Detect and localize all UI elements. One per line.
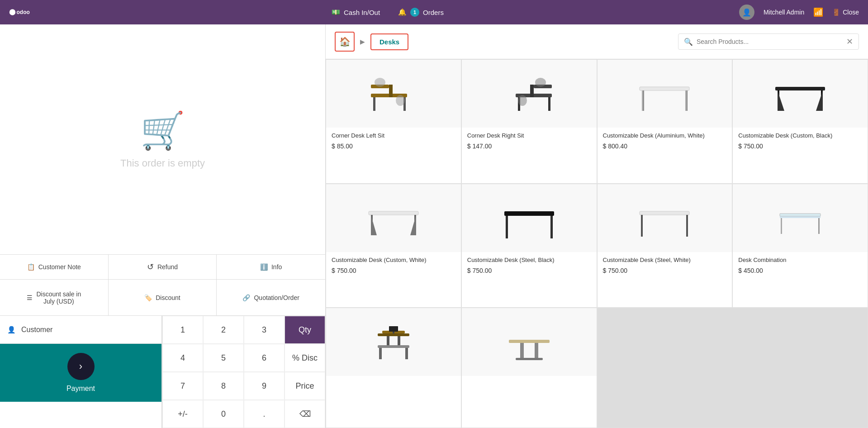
refund-icon: ↺ (147, 262, 154, 272)
numpad-3[interactable]: 3 (244, 316, 285, 344)
svg-rect-26 (369, 211, 418, 215)
svg-rect-21 (775, 87, 825, 90)
discount-sale-label: Discount sale inJuly (USD) (36, 290, 81, 305)
product-corner-desk-left[interactable]: Corner Desk Left Sit $ 85.00 (326, 59, 461, 184)
product-custom-desk-custom-black[interactable]: Customizable Desk (Custom, Black) $ 750.… (732, 59, 868, 184)
numpad-7[interactable]: 7 (162, 372, 203, 400)
product-name-desk-combo: Desk Combination (738, 257, 862, 264)
desk-svg-4 (771, 69, 830, 119)
product-price-custom-alum: $ 800.40 (603, 143, 727, 150)
svg-rect-55 (535, 343, 538, 359)
product-custom-desk-steel-white[interactable]: Customizable Desk (Steel, White) $ 750.0… (597, 184, 733, 308)
svg-marker-25 (816, 90, 823, 111)
discount-icon: 🏷️ (144, 294, 152, 301)
product-info-custom-black: Customizable Desk (Custom, Black) $ 750.… (733, 128, 868, 183)
product-image-desk-9 (326, 308, 461, 376)
numpad-plusminus[interactable]: +/- (162, 400, 203, 428)
svg-rect-5 (373, 97, 375, 111)
product-price-steel-black: $ 750.00 (467, 267, 591, 274)
numpad-dot[interactable]: . (244, 400, 285, 428)
cash-in-out-nav[interactable]: 💵 Cash In/Out (332, 8, 380, 16)
numpad-0[interactable]: 0 (203, 400, 244, 428)
category-desks-button[interactable]: Desks (370, 33, 408, 50)
search-clear-icon[interactable]: ✕ (846, 37, 853, 47)
left-panel: 🛒 This order is empty 📋 Customer Note ↺ … (0, 24, 326, 428)
close-button[interactable]: 🚪 Close (832, 9, 859, 16)
payment-button[interactable]: › Payment (0, 344, 161, 402)
cart-icon: 🛒 (140, 109, 185, 152)
numpad-qty[interactable]: Qty (285, 316, 325, 344)
svg-point-14 (535, 78, 546, 87)
svg-rect-48 (378, 345, 409, 348)
search-icon: 🔍 (684, 38, 693, 46)
numpad-disc[interactable]: % Disc (285, 344, 325, 372)
numpad: 1 2 3 Qty 4 5 6 % Disc 7 8 9 Price +/- 0… (162, 316, 325, 428)
svg-rect-51 (389, 326, 398, 332)
product-grid: Corner Desk Left Sit $ 85.00 (326, 59, 868, 428)
product-desk-9[interactable] (326, 308, 461, 428)
topbar: odoo 💵 Cash In/Out 🔔 1 Orders 👤 Mitchell… (0, 0, 868, 24)
product-custom-desk-custom-white[interactable]: Customizable Desk (Custom, White) $ 750.… (326, 184, 461, 308)
bell-icon: 🔔 (398, 8, 407, 16)
product-info-steel-white: Customizable Desk (Steel, White) $ 750.0… (598, 252, 732, 308)
svg-rect-50 (405, 348, 408, 359)
numpad-5[interactable]: 5 (203, 344, 244, 372)
product-image-custom-alum (598, 60, 732, 128)
empty-order-text: This order is empty (120, 157, 205, 169)
numpad-1[interactable]: 1 (162, 316, 203, 344)
cash-label: Cash In/Out (344, 9, 380, 16)
product-image-steel-white (598, 184, 732, 252)
product-info-corner-desk-right: Corner Desk Right Sit $ 147.00 (462, 128, 597, 183)
breadcrumb-arrow: ▶ (360, 38, 365, 45)
home-icon: 🏠 (339, 36, 351, 47)
quotation-button[interactable]: 🔗 Quotation/Order (217, 280, 325, 315)
svg-point-0 (9, 9, 16, 15)
svg-text:odoo: odoo (17, 9, 30, 15)
product-empty-1 (597, 308, 868, 428)
discount-sale-button[interactable]: ☰ Discount sale inJuly (USD) (0, 280, 109, 315)
avatar: 👤 (739, 5, 754, 20)
product-desk-10[interactable] (461, 308, 597, 428)
numpad-backspace[interactable]: ⌫ (285, 400, 325, 428)
svg-rect-54 (520, 343, 524, 359)
numpad-8[interactable]: 8 (203, 372, 244, 400)
product-image-desk-10 (462, 308, 597, 376)
customer-select[interactable]: 👤 Customer (0, 316, 161, 344)
wifi-icon: 📶 (813, 7, 823, 17)
customer-note-button[interactable]: 📋 Customer Note (0, 255, 109, 279)
refund-button[interactable]: ↺ Refund (109, 255, 217, 279)
product-price-corner-desk-right: $ 147.00 (467, 143, 591, 150)
product-price-corner-desk-left: $ 85.00 (332, 143, 455, 150)
desk-svg-1 (366, 67, 421, 121)
product-image-corner-desk-right (462, 60, 597, 128)
numpad-2[interactable]: 2 (203, 316, 244, 344)
category-label: Desks (379, 38, 399, 46)
numpad-6[interactable]: 6 (244, 344, 285, 372)
product-custom-desk-steel-black[interactable]: Customizable Desk (Steel, Black) $ 750.0… (461, 184, 597, 308)
odoo-logo-icon: odoo (9, 5, 36, 19)
numpad-4[interactable]: 4 (162, 344, 203, 372)
desk-svg-9 (364, 317, 423, 367)
discount-button[interactable]: 🏷️ Discount (109, 280, 217, 315)
numpad-9[interactable]: 9 (244, 372, 285, 400)
product-name-corner-desk-right: Corner Desk Right Sit (467, 132, 591, 140)
orders-badge: 1 (410, 8, 419, 17)
product-desk-combination[interactable]: Desk Combination $ 450.00 (732, 184, 868, 308)
product-name-custom-black: Customizable Desk (Custom, Black) (738, 132, 862, 140)
home-button[interactable]: 🏠 (335, 32, 355, 52)
orders-nav[interactable]: 🔔 1 Orders (398, 8, 444, 17)
info-button[interactable]: ℹ️ Info (217, 255, 325, 279)
svg-rect-37 (641, 215, 643, 237)
search-input[interactable] (697, 38, 843, 45)
svg-point-8 (396, 95, 405, 106)
product-info-desk-10 (462, 376, 597, 428)
orders-label: Orders (423, 9, 444, 16)
svg-rect-11 (530, 85, 534, 97)
product-corner-desk-right[interactable]: Corner Desk Right Sit $ 147.00 (461, 59, 597, 184)
product-name-corner-desk-left: Corner Desk Left Sit (332, 132, 455, 140)
product-custom-desk-alum-white[interactable]: Customizable Desk (Aluminium, White) $ 8… (597, 59, 733, 184)
discount-sale-icon: ☰ (27, 294, 33, 301)
svg-rect-40 (780, 216, 821, 218)
payment-arrow-icon: › (67, 353, 95, 380)
numpad-price[interactable]: Price (285, 372, 325, 400)
